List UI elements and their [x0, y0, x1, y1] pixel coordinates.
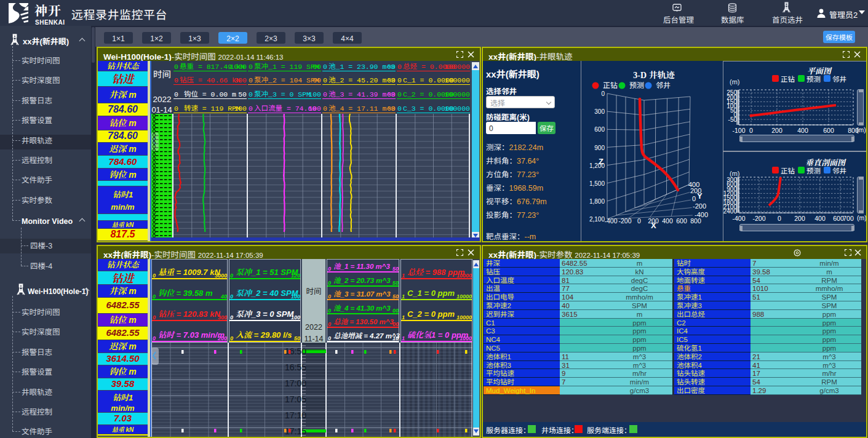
svg-text:1,500: 1,500: [589, 180, 605, 187]
svg-text:0: 0: [749, 127, 753, 134]
svg-text:-200: -200: [693, 202, 706, 210]
svg-text:0: 0: [692, 195, 696, 202]
svg-text:16:55: 16:55: [285, 362, 306, 372]
svg-text:-400: -400: [732, 215, 745, 222]
svg-text:0: 0: [637, 217, 641, 225]
svg-text:0: 0: [778, 215, 781, 222]
svg-text:Y: Y: [697, 191, 703, 201]
svg-text:17:15: 17:15: [285, 426, 306, 436]
svg-text:(m): (m): [857, 214, 866, 221]
svg-text:-400: -400: [695, 211, 708, 218]
svg-text:-200: -200: [618, 217, 631, 225]
svg-text:400: 400: [797, 127, 808, 134]
svg-text:3-D 井轨迹: 3-D 井轨迹: [633, 68, 675, 81]
svg-text:(m): (m): [856, 126, 866, 133]
svg-text:17:10: 17:10: [285, 410, 306, 420]
svg-text:600: 600: [594, 126, 605, 133]
svg-text:0: 0: [601, 90, 605, 97]
svg-text:300: 300: [594, 108, 605, 115]
svg-text:17:00: 17:00: [285, 378, 306, 388]
svg-text:2400: 2400: [723, 208, 737, 215]
svg-text:1,800: 1,800: [589, 198, 605, 205]
svg-text:17:05: 17:05: [285, 394, 306, 404]
svg-text:-100: -100: [732, 127, 745, 134]
svg-text:400: 400: [662, 217, 673, 225]
svg-text:Z: Z: [599, 157, 603, 166]
svg-text:16:50: 16:50: [285, 346, 306, 356]
svg-text:X: X: [651, 221, 656, 230]
svg-text:400: 400: [814, 215, 826, 222]
svg-text:600: 600: [676, 217, 687, 225]
svg-text:600: 600: [823, 127, 834, 134]
svg-text:2,100: 2,100: [589, 216, 605, 223]
svg-text:200: 200: [771, 127, 782, 134]
svg-text:预测: 预测: [629, 79, 644, 90]
svg-text:700: 700: [843, 215, 854, 222]
svg-text:-200: -200: [752, 215, 765, 222]
svg-text:-50: -50: [728, 116, 738, 123]
svg-text:900: 900: [594, 145, 605, 151]
svg-text:200: 200: [794, 215, 805, 222]
svg-text:-400: -400: [604, 217, 617, 225]
svg-text:正钻: 正钻: [603, 79, 618, 90]
svg-text:邻井: 邻井: [656, 79, 671, 90]
